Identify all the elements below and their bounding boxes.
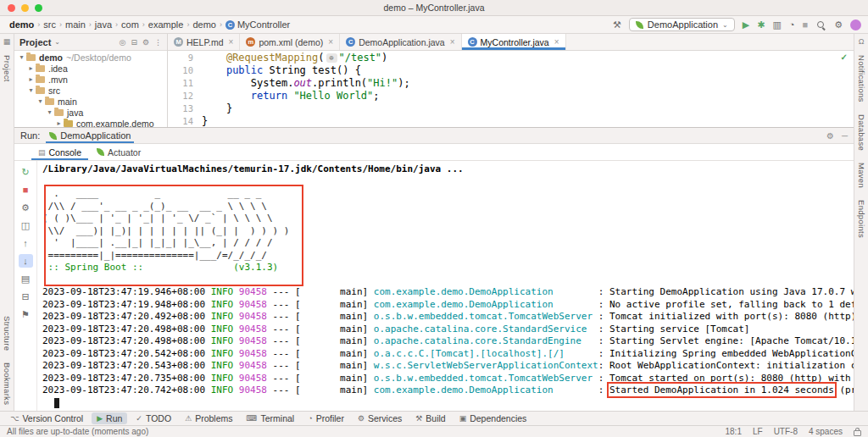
editor-tab[interactable]: CMyController.java× <box>462 34 566 50</box>
breadcrumb-item[interactable]: com <box>119 19 142 30</box>
editor-tab[interactable]: MHELP.md× <box>168 34 240 50</box>
chevron-down-icon[interactable]: ▾ <box>18 53 25 61</box>
toolwindow-todo[interactable]: ✓TODO <box>131 412 176 424</box>
build-hammer-icon[interactable]: ⚒ <box>613 20 621 30</box>
editor-tab[interactable]: mpom.xml (demo)× <box>240 34 340 50</box>
breadcrumb-class-item[interactable]: CMyController <box>223 19 292 30</box>
run-view-tab-actuator[interactable]: Actuator <box>90 144 147 160</box>
breadcrumb-item[interactable]: demo <box>7 19 36 30</box>
user-avatar[interactable] <box>850 19 861 30</box>
tab-close-icon[interactable]: × <box>229 37 234 47</box>
toolwindow-version-control[interactable]: ⌥Version Control <box>5 412 88 424</box>
run-configuration-selector[interactable]: DemoApplication⌄ <box>629 18 735 31</box>
coverage-icon[interactable]: ▥ <box>772 20 781 30</box>
chevron-down-icon[interactable]: ▾ <box>27 86 35 94</box>
project-tree-item[interactable]: ▾main <box>14 96 167 107</box>
minimize-window-button[interactable] <box>21 4 29 12</box>
settings-icon[interactable]: ⚙ <box>142 38 149 47</box>
readonly-lock-icon[interactable] <box>854 430 861 436</box>
chevron-right-icon[interactable]: ▸ <box>27 75 35 83</box>
locate-file-icon[interactable]: ◎ <box>120 38 126 47</box>
stripe-button-project[interactable]: Project <box>3 55 12 82</box>
close-window-button[interactable] <box>8 4 15 12</box>
run-button[interactable]: ▶ <box>743 20 749 30</box>
toolwindow-terminal[interactable]: ⌨Terminal <box>242 412 300 424</box>
project-tree-item[interactable]: ▸com.example.demo <box>14 118 167 127</box>
stop-icon[interactable]: ■ <box>802 20 808 30</box>
dump-threads-icon[interactable]: ◫ <box>19 218 33 232</box>
editor-line[interactable]: 11 System.out.println("Hi!"); <box>168 77 854 90</box>
toolwindow-dependencies[interactable]: ▣Dependencies <box>454 412 532 424</box>
settings-gear-icon[interactable]: ⚙ <box>834 20 843 30</box>
editor-line[interactable]: 9 @RequestMapping(⊕"/test") <box>168 52 854 64</box>
editor-line[interactable]: 13 } <box>168 102 854 115</box>
stripe-button-notifications[interactable]: Notifications <box>857 55 866 102</box>
stripe-button-endpoints[interactable]: Endpoints <box>857 200 866 238</box>
toolwindow-run[interactable]: ▶Run <box>92 412 127 424</box>
search-everywhere-icon[interactable] <box>815 19 826 30</box>
scroll-to-end-icon[interactable]: ↓ <box>19 254 33 268</box>
breadcrumb-item[interactable]: main <box>63 19 88 30</box>
more-icon[interactable]: ⋮ <box>154 38 162 47</box>
breadcrumb-item[interactable]: example <box>146 19 186 30</box>
inspections-ok-icon[interactable]: ✓ <box>841 53 848 62</box>
tab-close-icon[interactable]: × <box>328 37 333 47</box>
editor-line[interactable]: 10 public String test() { <box>168 64 854 77</box>
project-tree-item[interactable]: ▾src <box>14 85 167 96</box>
project-panel-title[interactable]: Project <box>19 37 51 47</box>
tab-close-icon[interactable]: × <box>450 37 455 47</box>
toolwindow-label: Terminal <box>261 413 295 423</box>
indent-widget[interactable]: 4 spaces <box>809 427 843 436</box>
settings-icon[interactable]: ⚙ <box>826 131 834 141</box>
tree-label: demo <box>39 53 63 63</box>
stripe-button-maven[interactable]: Maven <box>857 163 866 188</box>
collapse-all-icon[interactable]: ⊟ <box>131 38 137 47</box>
toolwindow-label: TODO <box>146 413 171 423</box>
run-configuration-tab[interactable]: DemoApplication <box>46 128 134 143</box>
edit-configuration-icon[interactable]: ⚙ <box>19 201 33 214</box>
editor-line[interactable]: 14} <box>168 115 854 127</box>
stripe-button-bookmarks[interactable]: Bookmarks <box>3 362 12 405</box>
toolwindow-profiler[interactable]: ◔Profiler <box>303 412 349 424</box>
profiler-icon[interactable]: ◔ <box>789 20 795 30</box>
project-tree-item[interactable]: ▾java <box>14 107 167 118</box>
chevron-right-icon[interactable]: ▸ <box>55 119 63 127</box>
clear-all-icon[interactable]: ⊟ <box>19 290 33 303</box>
toolwindow-problems[interactable]: ⚠Problems <box>180 412 237 424</box>
notifications-bell-icon[interactable]: Ω <box>859 37 865 46</box>
breadcrumb-item[interactable]: java <box>92 19 114 30</box>
zoom-window-button[interactable] <box>35 4 42 12</box>
hide-icon[interactable]: ─ <box>842 131 848 141</box>
breadcrumb-item[interactable]: demo <box>190 19 219 30</box>
chevron-down-icon[interactable]: ▾ <box>46 108 53 116</box>
run-panel-header-icons: ⚙─ <box>826 131 848 141</box>
run-view-tab-console[interactable]: ▤Console <box>31 144 88 160</box>
toolwindow-build[interactable]: ⚒Build <box>410 412 450 424</box>
encoding-widget[interactable]: UTF-8 <box>774 427 798 436</box>
pin-icon[interactable]: ⚑ <box>19 307 33 321</box>
toolwindow-services[interactable]: ⚙Services <box>353 412 407 424</box>
project-tree-item[interactable]: ▸.idea <box>14 63 167 74</box>
rerun-icon[interactable]: ↻ <box>19 165 33 179</box>
editor-tab[interactable]: CDemoApplication.java× <box>340 34 461 50</box>
url-mapping-inlay-icon[interactable]: ⊕ <box>326 53 337 63</box>
stripe-button-structure[interactable]: Structure <box>3 316 12 351</box>
print-icon[interactable]: ▤ <box>19 272 33 285</box>
up-stack-trace-icon[interactable]: ↑ <box>19 236 33 250</box>
chevron-right-icon[interactable]: ▸ <box>27 64 35 72</box>
tab-close-icon[interactable]: × <box>554 37 559 47</box>
toolwindow-label: Version Control <box>22 413 83 423</box>
editor-line[interactable]: 12 return "Hello World"; <box>168 90 854 102</box>
caret-position-widget[interactable]: 18:1 <box>725 427 741 436</box>
chevron-down-icon[interactable]: ⌄ <box>54 38 60 46</box>
breadcrumb-item[interactable]: src <box>41 19 58 30</box>
chevron-down-icon[interactable]: ▾ <box>36 97 44 105</box>
stop-icon[interactable]: ■ <box>19 183 33 196</box>
code-editor[interactable]: 9 @RequestMapping(⊕"/test")10 public Str… <box>168 51 854 127</box>
stripe-button-database[interactable]: Database <box>857 114 866 151</box>
line-separator-widget[interactable]: LF <box>753 427 763 436</box>
project-tree-item[interactable]: ▾demo~/Desktop/demo <box>14 52 167 63</box>
console-output[interactable]: /Library/Java/JavaVirtualMachines/temuri… <box>37 161 854 411</box>
project-tree-item[interactable]: ▸.mvn <box>14 74 167 85</box>
debug-button[interactable]: ✱ <box>757 20 765 30</box>
